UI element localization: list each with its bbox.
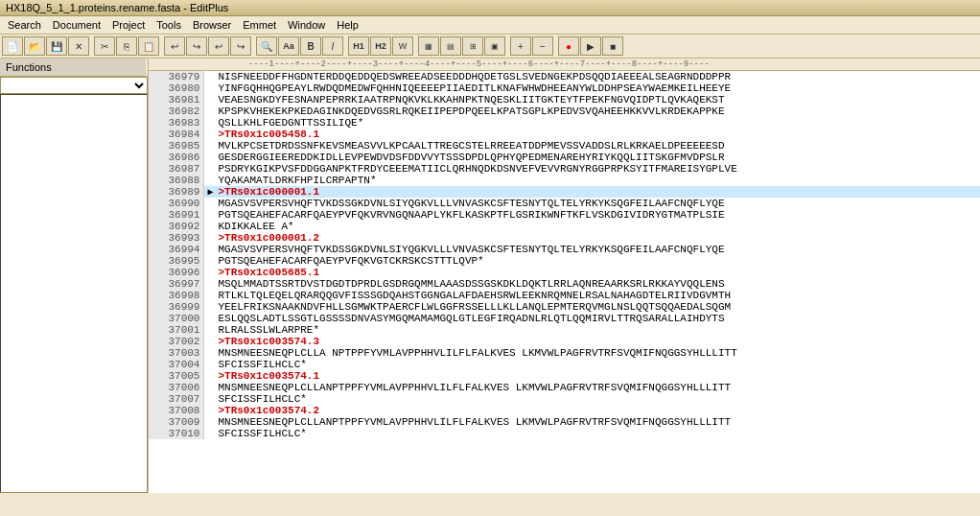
line-content[interactable]: VEAESNGKDYFESNANPEPRRKIAATRPNQKVKLKKAHNP… [216, 94, 980, 106]
line-content[interactable]: YQAKAMATLDRKFHPILCRPAPTN* [216, 175, 980, 186]
layout3-button[interactable]: ⊞ [462, 36, 483, 56]
line-content[interactable]: MGASVSVPERSVHQFTVKDSSGKDVNLSIYQGKVLLLVNV… [216, 244, 980, 255]
line-content[interactable]: >TRs0x1c000001.1 [216, 186, 980, 198]
undo2-button[interactable]: ↩ [208, 36, 229, 56]
close-button[interactable]: ✕ [68, 36, 89, 56]
table-row: 36997MSQLMMADTSSRTDVSTDGDTDPRDLGSDRGQMML… [149, 278, 980, 290]
line-content[interactable]: MSQLMMADTSSRTDVSTDGDTDPRDLGSDRGQMMLAAASD… [216, 278, 980, 290]
italic-button[interactable]: I [322, 36, 343, 56]
menu-project[interactable]: Project [106, 17, 151, 33]
line-content[interactable]: NISFNEEDDFFHGDNTERDDQEDDQEDSWREEADSEEDDD… [216, 71, 980, 82]
menu-tools[interactable]: Tools [151, 17, 187, 33]
undo-button[interactable]: ↩ [164, 36, 185, 56]
line-content[interactable]: MNSMNEESNEQPLCLLANPTPPFYVMLAVPPHHVLILFLF… [216, 382, 980, 393]
cut-button[interactable]: ✂ [94, 36, 115, 56]
line-content[interactable]: YEELFRIKSNAAKNDVFHLLSGMWKTPAERCFLWLGGFRS… [216, 301, 980, 313]
layout4-button[interactable]: ▣ [484, 36, 505, 56]
record-button[interactable]: ● [558, 36, 579, 56]
table-row: 37002>TRs0x1c003574.3 [149, 336, 980, 347]
line-number: 36983 [149, 117, 204, 129]
line-content[interactable]: >TRs0x1c005458.1 [216, 129, 980, 140]
line-content[interactable]: KPSPKVHEKEKPKEDAGINKDQEDVGSRLRQKEIIPEPDP… [216, 106, 980, 117]
layout1-button[interactable]: ▦ [418, 36, 439, 56]
functions-tab[interactable]: Functions [0, 59, 148, 77]
code-area[interactable]: 36979NISFNEEDDFFHGDNTERDDQEDDQEDSWREEADS… [149, 71, 980, 493]
line-content[interactable]: SFCISSFILHCLC* [216, 393, 980, 405]
line-number: 36997 [149, 278, 204, 290]
redo2-button[interactable]: ↪ [230, 36, 251, 56]
play-button[interactable]: ▶ [580, 36, 601, 56]
paste-button[interactable]: 📋 [138, 36, 159, 56]
line-arrow [204, 370, 216, 382]
table-row: 36986GESDERGGIEEREDDKIDLLEVPEWDVDSFDDVVY… [149, 152, 980, 163]
line-number: 36989 [149, 186, 204, 198]
line-content[interactable]: >TRs0x1c003574.2 [216, 405, 980, 416]
line-arrow [204, 152, 216, 163]
new-button[interactable]: 📄 [2, 36, 23, 56]
line-number: 37007 [149, 393, 204, 405]
h1-button[interactable]: H1 [348, 36, 369, 56]
line-content[interactable]: KDIKKALEE A* [216, 221, 980, 232]
table-row: 37009MNSMNEESNEQPLCLLANPTPPFYVMLAVPPHHVL… [149, 416, 980, 428]
open-button[interactable]: 📂 [24, 36, 45, 56]
ruler: ----1----+----2----+----3----+----4----+… [149, 59, 980, 71]
menu-search[interactable]: Search [2, 17, 47, 33]
line-arrow [204, 301, 216, 313]
redo-button[interactable]: ↪ [186, 36, 207, 56]
line-content[interactable]: PGTSQEAHEFACARFQAEYPVFQKVGTCKRSKCSTTTLQV… [216, 255, 980, 267]
line-number: 37003 [149, 347, 204, 359]
line-content[interactable]: QSLLKHLFGEDGNTTSSILIQE* [216, 117, 980, 129]
line-content[interactable]: PSDRYKGIKPVSFDDGGANPKTFRDYCEEEMATIICLQRH… [216, 163, 980, 175]
line-content[interactable]: >TRs0x1c003574.1 [216, 370, 980, 382]
h2-button[interactable]: H2 [370, 36, 391, 56]
line-content[interactable]: MVLKPCSETDRDSSNFKEVSMEASVVLKPCAALTTREGCS… [216, 140, 980, 152]
stop-button[interactable]: ■ [602, 36, 623, 56]
line-content[interactable]: >TRs0x1c000001.2 [216, 232, 980, 244]
save-button[interactable]: 💾 [46, 36, 67, 56]
menu-emmet[interactable]: Emmet [237, 17, 282, 33]
menu-browser[interactable]: Browser [187, 17, 237, 33]
table-row: 36996>TRs0x1c005685.1 [149, 267, 980, 278]
zoom-out-button[interactable]: − [532, 36, 553, 56]
line-content[interactable]: YINFGQHHQGPEAYLRWDQDMEDWFQHHNIQEEEEPIIAE… [216, 82, 980, 94]
line-number: 36985 [149, 140, 204, 152]
line-content[interactable]: MNSMNEESNEQPLCLLA NPTPPFYVMLAVPPHHVLILFL… [216, 347, 980, 359]
line-content[interactable]: >TRs0x1c003574.3 [216, 336, 980, 347]
line-number: 36982 [149, 106, 204, 117]
line-arrow [204, 106, 216, 117]
menu-window[interactable]: Window [282, 17, 331, 33]
copy-button[interactable]: ⎘ [116, 36, 137, 56]
find-button[interactable]: 🔍 [256, 36, 277, 56]
line-content[interactable]: MNSMNEESNEQPLCLLANPTPPFYVMLAVPPHHVLILFLF… [216, 416, 980, 428]
line-content[interactable]: SFCISSFILHCLC* [216, 359, 980, 370]
line-content[interactable]: >TRs0x1c005685.1 [216, 267, 980, 278]
line-content[interactable]: RLRALSSLWLARPRE* [216, 324, 980, 336]
line-content[interactable]: ESLQQSLADTLSSGTLGSSSSDNVASYMGQMAMAMGQLGT… [216, 313, 980, 324]
line-arrow [204, 405, 216, 416]
line-number: 37005 [149, 370, 204, 382]
table-row: 36979NISFNEEDDFFHGDNTERDDQEDDQEDSWREEADS… [149, 71, 980, 82]
layout2-button[interactable]: ▤ [440, 36, 461, 56]
menu-help[interactable]: Help [331, 17, 364, 33]
line-content[interactable]: PGTSQEAHEFACARFQAEYPVFQKVRVNGQNAAPLYKFLK… [216, 209, 980, 221]
table-row: 37003MNSMNEESNEQPLCLLA NPTPPFYVMLAVPPHHV… [149, 347, 980, 359]
line-content[interactable]: SFCISSFILHCLC* [216, 428, 980, 439]
line-content[interactable]: GESDERGGIEEREDDKIDLLEVPEWDVDSFDDVVYTSSSD… [216, 152, 980, 163]
table-row: 36985MVLKPCSETDRDSSNFKEVSMEASVVLKPCAALTT… [149, 140, 980, 152]
bold-button[interactable]: B [300, 36, 321, 56]
menu-document[interactable]: Document [47, 17, 106, 33]
table-row: 36988YQAKAMATLDRKFHPILCRPAPTN* [149, 175, 980, 186]
line-arrow [204, 393, 216, 405]
line-content[interactable]: MGASVSVPERSVHQFTVKDSSGKDVNLSIYQGKVLLLVNV… [216, 198, 980, 209]
line-content[interactable]: RTLKLTQLEQELQRARQQGVFISSSGDQAHSTGGNGALAF… [216, 290, 980, 301]
table-row: 37005>TRs0x1c003574.1 [149, 370, 980, 382]
left-dropdown[interactable] [0, 77, 148, 94]
zoom-in-button[interactable]: + [510, 36, 531, 56]
line-number: 36998 [149, 290, 204, 301]
line-arrow [204, 313, 216, 324]
replace-button[interactable]: Aa [278, 36, 299, 56]
line-number: 37008 [149, 405, 204, 416]
wrap-button[interactable]: W [392, 36, 413, 56]
line-arrow [204, 175, 216, 186]
line-arrow [204, 278, 216, 290]
